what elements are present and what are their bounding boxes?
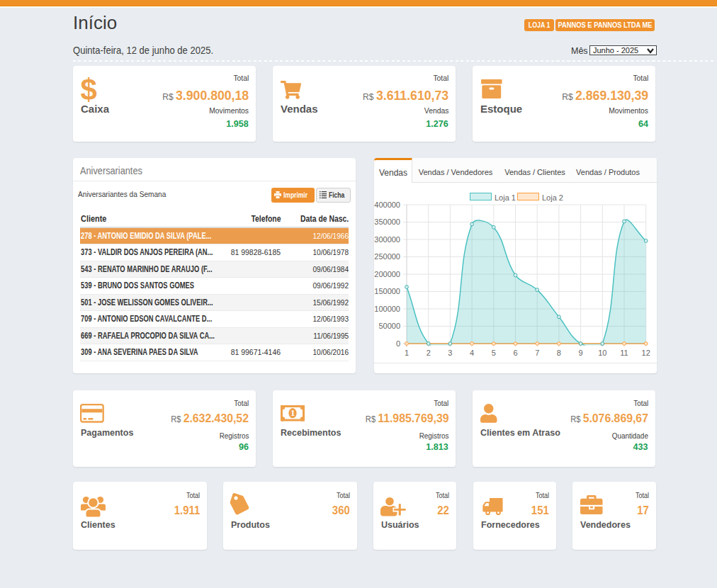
svg-text:400000: 400000: [374, 200, 400, 209]
svg-text:1: 1: [405, 349, 409, 357]
svg-text:11: 11: [620, 349, 628, 357]
svg-text:1: 1: [290, 409, 295, 419]
svg-text:3: 3: [448, 349, 452, 357]
svg-text:0: 0: [396, 339, 400, 348]
svg-text:200000: 200000: [374, 270, 400, 278]
svg-text:8: 8: [557, 349, 561, 357]
svg-text:5: 5: [492, 349, 496, 357]
svg-text:7: 7: [535, 349, 539, 357]
svg-text:350000: 350000: [374, 217, 400, 226]
svg-text:9: 9: [579, 349, 583, 357]
svg-text:10: 10: [598, 349, 606, 357]
svg-text:150000: 150000: [374, 287, 400, 295]
svg-text:4: 4: [470, 349, 474, 357]
svg-text:50000: 50000: [378, 322, 400, 330]
svg-text:2: 2: [427, 349, 431, 357]
svg-text:12: 12: [642, 349, 650, 357]
svg-text:250000: 250000: [374, 252, 400, 261]
svg-text:100000: 100000: [374, 305, 400, 313]
svg-text:300000: 300000: [374, 235, 400, 244]
svg-text:6: 6: [513, 349, 517, 357]
